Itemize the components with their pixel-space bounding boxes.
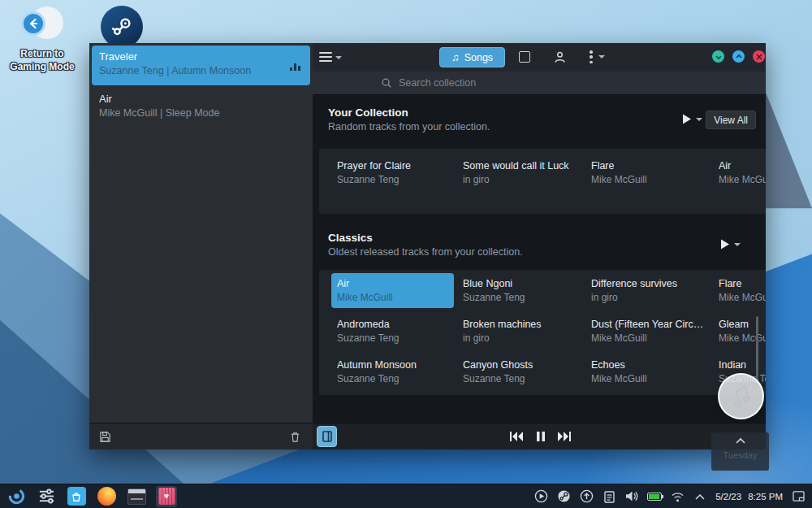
- steam-tray-button[interactable]: [556, 489, 571, 504]
- track-artist: in giro: [463, 332, 579, 345]
- player-footer: [313, 423, 766, 449]
- collection-tracks-grid: Prayer for Claire Suzanne Teng Some woul…: [319, 149, 766, 187]
- clock-time: 8:25 PM: [748, 492, 783, 501]
- play-caret-icon: [734, 243, 741, 246]
- track-title: Gleam: [719, 318, 766, 332]
- artists-view-icon[interactable]: [553, 50, 567, 64]
- playlist-item-title: Air: [99, 92, 303, 106]
- track-item[interactable]: Prayer for Claire Suzanne Teng: [337, 159, 463, 187]
- update-arrow-icon: [580, 489, 594, 503]
- now-playing-equalizer-icon: [290, 63, 300, 71]
- toggle-playlist-button[interactable]: [317, 426, 337, 447]
- playlist-item[interactable]: Air Mike McGuill | Sleep Mode: [92, 88, 310, 128]
- system-settings-button[interactable]: [36, 486, 57, 507]
- updates-tray-button[interactable]: [579, 489, 594, 504]
- play-icon: [720, 239, 730, 250]
- music-note-icon: [723, 379, 758, 413]
- track-item[interactable]: Autumn Monsoon Suzanne Teng: [331, 354, 454, 389]
- search-icon: [381, 77, 392, 89]
- playlist-item-subtitle: Suzanne Teng | Autumn Monsoon: [99, 64, 303, 78]
- floating-music-note-button[interactable]: [718, 373, 764, 419]
- firefox-icon: [97, 487, 116, 506]
- playlist-item[interactable]: Traveler Suzanne Teng | Autumn Monsoon: [92, 46, 310, 85]
- track-item[interactable]: Air Mike McGuill: [719, 159, 766, 187]
- your-collection-title: Your Collection: [328, 106, 408, 119]
- app-launcher-button[interactable]: [6, 486, 27, 507]
- discover-button[interactable]: [66, 486, 87, 507]
- media-player-tray-button[interactable]: [533, 489, 548, 504]
- taskbar: ♥: [0, 484, 812, 508]
- minimize-button[interactable]: [712, 50, 724, 63]
- overflow-caret-icon[interactable]: [598, 55, 605, 59]
- show-desktop-icon: [793, 491, 805, 501]
- playlist-panel: Traveler Suzanne Teng | Autumn Monsoon A…: [89, 43, 313, 423]
- minimize-icon: [715, 54, 722, 60]
- back-arrow-icon: [21, 11, 45, 36]
- track-title: Flare: [719, 277, 766, 291]
- track-item[interactable]: Some would call it Luck in giro: [463, 159, 591, 187]
- konsole-button[interactable]: [126, 486, 147, 507]
- pause-icon: [536, 431, 546, 442]
- songs-view-button[interactable]: ♫ Songs: [439, 47, 505, 67]
- play-collection-button[interactable]: [682, 114, 702, 124]
- track-item[interactable]: Flare Mike McGuill: [591, 159, 719, 187]
- chevron-up-icon[interactable]: [736, 437, 745, 444]
- steam-tray-icon: [557, 489, 571, 503]
- pause-button[interactable]: [533, 430, 548, 443]
- taskbar-clock[interactable]: 5/2/23 8:25 PM: [715, 492, 783, 501]
- track-item[interactable]: Canyon Ghosts Suzanne Teng: [457, 354, 582, 389]
- track-artist: Mike McGuill: [719, 173, 766, 187]
- skip-backward-button[interactable]: [509, 430, 524, 443]
- track-artist: Mike McGuill: [719, 332, 766, 345]
- firefox-button[interactable]: [96, 486, 117, 507]
- clear-playlist-button[interactable]: [287, 428, 303, 445]
- battery-tray-button[interactable]: [647, 489, 662, 504]
- play-caret-icon: [696, 118, 702, 121]
- track-artist: Mike McGuill: [591, 173, 719, 187]
- expand-tray-button[interactable]: [693, 489, 707, 504]
- player-toolbar: ♫ Songs: [313, 43, 766, 72]
- track-item[interactable]: Echoes Mike McGuill: [585, 354, 710, 389]
- close-button[interactable]: [753, 50, 765, 63]
- play-classics-button[interactable]: [720, 239, 741, 250]
- track-item[interactable]: Air Mike McGuill: [331, 273, 454, 308]
- track-artist: Suzanne Teng: [463, 372, 579, 386]
- track-title: Prayer for Claire: [337, 159, 463, 173]
- track-item[interactable]: Andromeda Suzanne Teng: [331, 314, 454, 349]
- track-title: Indian: [719, 358, 766, 372]
- skip-forward-button[interactable]: [556, 430, 571, 443]
- search-input[interactable]: [397, 74, 665, 92]
- playlist-item-subtitle: Mike McGuill | Sleep Mode: [99, 106, 303, 120]
- volume-tray-button[interactable]: [624, 489, 639, 504]
- playlist-footer: [89, 423, 313, 449]
- discover-icon: [67, 487, 86, 506]
- network-tray-button[interactable]: [670, 489, 685, 504]
- track-item[interactable]: Flare Mike McGuill: [713, 273, 766, 308]
- collection-content: Your Collection Random tracks from your …: [313, 95, 766, 423]
- show-desktop-button[interactable]: [791, 489, 806, 504]
- elisa-task-button[interactable]: ♥: [156, 486, 177, 507]
- track-item[interactable]: Difference survives in giro: [585, 273, 710, 308]
- track-artist: Suzanne Teng: [337, 372, 451, 386]
- your-collection-subtitle: Random tracks from your collection.: [328, 121, 490, 132]
- track-item[interactable]: Broken machines in giro: [457, 314, 582, 349]
- desktop-icon-return-to-gaming-mode[interactable]: Return to Gaming Mode: [6, 5, 78, 73]
- vertical-scrollbar[interactable]: [756, 316, 758, 383]
- menu-caret-icon[interactable]: [335, 56, 342, 59]
- view-all-button[interactable]: View All: [706, 111, 756, 129]
- save-playlist-button[interactable]: [97, 428, 113, 445]
- classics-subtitle: Oldest released tracks from your collect…: [328, 246, 523, 258]
- trash-icon: [289, 431, 301, 443]
- clipboard-tray-button[interactable]: [602, 489, 616, 504]
- track-title: Dust (Fifteen Year Circ…: [591, 318, 706, 332]
- clock-date: 5/2/23: [715, 492, 741, 501]
- track-item[interactable]: Blue Ngoni Suzanne Teng: [457, 273, 582, 308]
- hamburger-menu-icon[interactable]: [319, 52, 332, 62]
- maximize-button[interactable]: [732, 50, 745, 63]
- overflow-menu-icon[interactable]: [590, 50, 593, 63]
- track-title: Andromeda: [337, 318, 451, 332]
- albums-view-icon[interactable]: [519, 51, 530, 63]
- track-item[interactable]: Dust (Fifteen Year Circ… Mike McGuill: [585, 314, 710, 349]
- taskbar-launchers: ♥: [6, 486, 177, 507]
- desktop-icon-steam[interactable]: [101, 6, 143, 48]
